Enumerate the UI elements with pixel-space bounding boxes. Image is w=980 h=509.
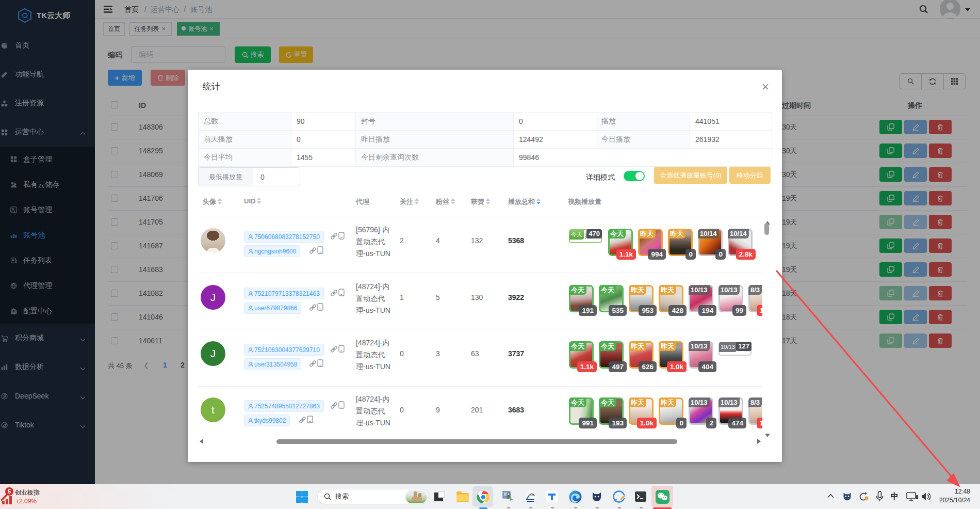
svg-text:5: 5 (8, 488, 11, 495)
